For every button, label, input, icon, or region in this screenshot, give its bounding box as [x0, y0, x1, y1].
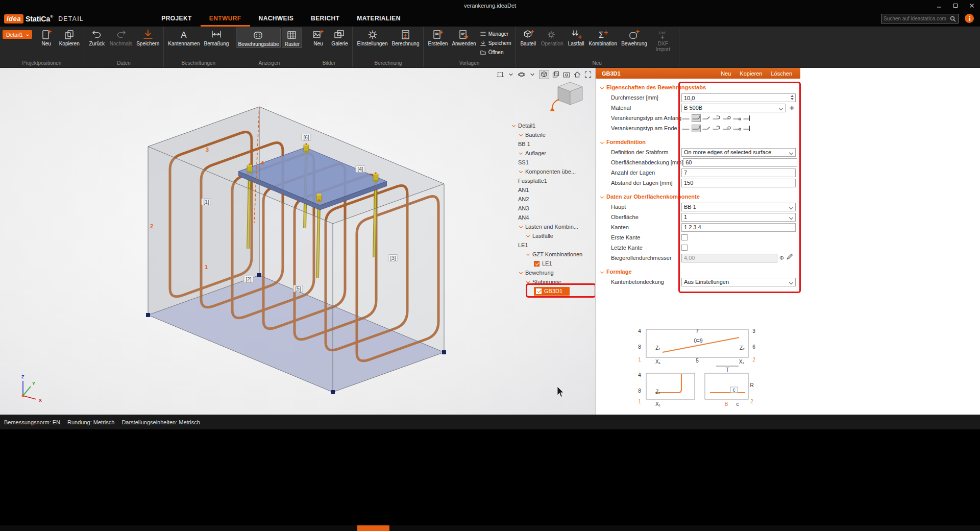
menu-entwurf[interactable]: ENTWURF: [201, 11, 250, 27]
anchorage-loop-button[interactable]: [722, 114, 731, 122]
new-loadcase-button[interactable]: Lastfall: [566, 28, 586, 47]
checkbox-checked-icon[interactable]: [536, 288, 542, 294]
screenshot-icon[interactable]: [562, 70, 571, 79]
material-select[interactable]: B 500B: [681, 104, 786, 112]
chevron-down-icon[interactable]: [507, 70, 515, 79]
tree-item-auflager[interactable]: Auflager: [511, 149, 598, 158]
anchorage-loop-button[interactable]: [722, 125, 731, 132]
abstand-input[interactable]: [681, 179, 796, 187]
lagen-input[interactable]: [681, 168, 796, 177]
anchorage-head-button[interactable]: [743, 114, 752, 122]
template-save-button[interactable]: Speichern: [479, 38, 512, 47]
tree-item-fussplatte1[interactable]: Fussplatte1: [511, 176, 598, 185]
anchorage-transverse-button[interactable]: [732, 125, 742, 132]
chevron-down-icon[interactable]: [528, 70, 536, 79]
search-box[interactable]: [881, 14, 959, 23]
maximize-button[interactable]: [947, 0, 964, 11]
view-cube-toggle[interactable]: [539, 70, 549, 79]
tree-item-gb3d1[interactable]: GB3D1: [511, 286, 598, 296]
kantenbetondeckung-select[interactable]: Aus Einstellungen: [681, 278, 796, 286]
section-formlage[interactable]: Formlage: [596, 267, 800, 277]
tree-item-lastfaelle[interactable]: Lastfälle: [511, 231, 598, 240]
new-image-button[interactable]: Neu: [308, 28, 328, 47]
panel-delete-button[interactable]: Löschen: [771, 70, 792, 77]
menu-materialien[interactable]: MATERIALIEN: [348, 11, 409, 27]
tree-item-an2[interactable]: AN2: [511, 195, 598, 204]
home-view-icon[interactable]: [573, 70, 581, 79]
show-grid-toggle[interactable]: Raster: [282, 28, 302, 48]
anchorage-hook90-button[interactable]: [692, 114, 701, 122]
apply-template-button[interactable]: Anwenden: [450, 28, 477, 47]
durchmesser-input[interactable]: [681, 93, 796, 102]
section-formdefinition[interactable]: Formdefinition: [596, 137, 800, 147]
show-rebar-toggle[interactable]: Bewehrungsstäbe: [236, 28, 281, 48]
tree-item-le1[interactable]: LE1: [511, 240, 598, 250]
viewport-3d[interactable]: Z Y X [1] [2] [3]: [0, 68, 595, 415]
new-position-button[interactable]: Neu: [36, 28, 57, 47]
copy-view-icon[interactable]: [552, 70, 560, 79]
panel-new-button[interactable]: Neu: [721, 70, 731, 77]
tree-item-bewehrung[interactable]: Bewehrung: [511, 268, 598, 277]
tree-item-bb1[interactable]: BB 1: [511, 139, 598, 149]
menu-projekt[interactable]: PROJEKT: [153, 11, 200, 27]
dimension-button[interactable]: Bemaßung: [203, 28, 231, 47]
anchorage-bend-button[interactable]: [702, 125, 711, 132]
anchorage-straight-button[interactable]: [681, 114, 691, 122]
tree-item-an3[interactable]: AN3: [511, 204, 598, 213]
panel-copy-button[interactable]: Kopieren: [740, 70, 762, 77]
project-item-combo[interactable]: Detail1: [3, 30, 32, 39]
nav-cube[interactable]: [550, 82, 582, 111]
spinner-down-icon[interactable]: [791, 98, 794, 100]
tree-item-stabgruppe[interactable]: Stabgruppe: [511, 277, 598, 286]
section-eigenschaften[interactable]: Eigenschaften des Bewehrungsstabs: [596, 82, 800, 92]
calculation-button[interactable]: Berechnung: [390, 28, 421, 47]
letzte-kante-checkbox[interactable]: [681, 245, 688, 251]
copy-position-button[interactable]: Kopieren: [58, 28, 81, 47]
create-template-button[interactable]: Erstellen: [426, 28, 449, 47]
section-oberflaechenkomponente[interactable]: Daten zur Oberflächenkomponente: [596, 191, 800, 202]
undo-button[interactable]: Zurück: [87, 28, 107, 47]
info-icon[interactable]: [965, 14, 974, 23]
anchorage-head-button[interactable]: [743, 125, 752, 132]
menu-bericht[interactable]: BERICHT: [302, 11, 348, 27]
anchorage-transverse-button[interactable]: [732, 114, 742, 122]
selected-tree-item[interactable]: GB3D1: [534, 287, 570, 296]
section-tool-icon[interactable]: [496, 70, 504, 79]
tree-item-le1-kombi[interactable]: LE1: [511, 259, 598, 268]
tree-item-an4[interactable]: AN4: [511, 213, 598, 222]
template-manager-button[interactable]: Manager: [479, 29, 512, 38]
tree-item-lasten[interactable]: Lasten und Kombin...: [511, 222, 598, 231]
anchorage-bend-button[interactable]: [702, 114, 711, 122]
new-combination-button[interactable]: Σ Kombination: [587, 28, 619, 47]
new-member-button[interactable]: Bauteil: [518, 28, 538, 47]
minimize-button[interactable]: [931, 0, 947, 11]
checkbox-checked-icon[interactable]: [534, 261, 540, 267]
anchorage-hook180-button[interactable]: [712, 125, 721, 132]
tree-item-gzt-kombinationen[interactable]: GZT Kombinationen: [511, 250, 598, 259]
tree-item-ss1[interactable]: SS1: [511, 158, 598, 167]
scene-3d[interactable]: Z Y X: [0, 68, 595, 415]
kanten-input[interactable]: [681, 223, 796, 232]
tree-item-bauteile[interactable]: Bauteile: [511, 130, 598, 139]
gallery-button[interactable]: Galerie: [329, 28, 350, 47]
erste-kante-checkbox[interactable]: [681, 234, 688, 240]
new-reinforcement-button[interactable]: Bewehrung: [620, 28, 649, 47]
save-button[interactable]: Speichern: [135, 28, 161, 47]
menu-nachweis[interactable]: NACHWEIS: [250, 11, 303, 27]
oberflaeche-select[interactable]: 1: [681, 213, 796, 222]
settings-button[interactable]: Einstellungen: [355, 28, 389, 47]
stabform-select[interactable]: On more edges of selected surface: [681, 148, 796, 157]
tree-item-komponenten[interactable]: Komponenten übe...: [511, 167, 598, 176]
add-material-button[interactable]: [788, 104, 796, 112]
anchorage-straight-button[interactable]: [681, 125, 691, 132]
anchorage-hook90-button[interactable]: [692, 125, 701, 132]
tree-item-an1[interactable]: AN1: [511, 185, 598, 195]
edge-names-button[interactable]: A Kantennamen: [166, 28, 201, 47]
spinner-up-icon[interactable]: [791, 95, 794, 97]
close-button[interactable]: [964, 0, 980, 11]
anchorage-hook180-button[interactable]: [712, 114, 721, 122]
tree-item-detail1[interactable]: Detail1: [511, 121, 598, 130]
template-open-button[interactable]: Öffnen: [479, 47, 512, 57]
abdeckung-input[interactable]: [683, 158, 797, 167]
edit-pencil-icon[interactable]: [786, 253, 793, 262]
